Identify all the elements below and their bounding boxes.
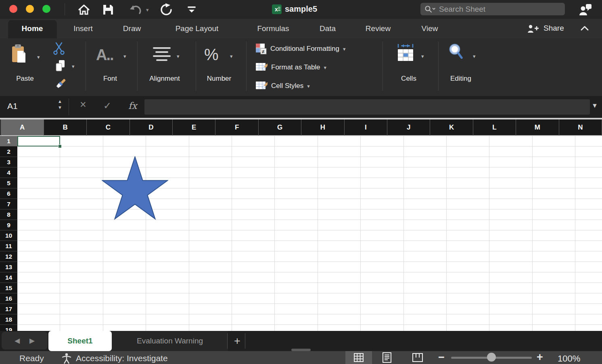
row-header-16[interactable]: 16 <box>0 293 17 304</box>
cell-B16[interactable] <box>60 293 103 304</box>
cell-J7[interactable] <box>404 199 447 209</box>
column-header-C[interactable]: C <box>87 119 130 136</box>
cells-dropdown-icon[interactable]: ▾ <box>421 54 424 59</box>
cell-F17[interactable] <box>232 304 275 314</box>
star-shape[interactable] <box>102 156 168 220</box>
cell-M14[interactable] <box>533 272 575 283</box>
cell-A16[interactable] <box>17 293 60 304</box>
cell-C13[interactable] <box>103 262 146 272</box>
cell-B10[interactable] <box>60 230 103 241</box>
cell-D2[interactable] <box>146 146 189 157</box>
cell-H3[interactable] <box>318 157 361 167</box>
cell-N2[interactable] <box>575 146 602 157</box>
cell-B2[interactable] <box>60 146 103 157</box>
cell-C16[interactable] <box>103 293 146 304</box>
insert-function-icon[interactable]: fx <box>128 100 137 111</box>
search-input[interactable] <box>438 4 561 14</box>
column-header-H[interactable]: H <box>301 119 344 136</box>
cell-J15[interactable] <box>404 283 447 293</box>
undo-button[interactable] <box>128 4 142 15</box>
cell-C2[interactable] <box>103 146 146 157</box>
cell-I15[interactable] <box>361 283 403 293</box>
cell-H7[interactable] <box>318 199 361 209</box>
row-header-19[interactable]: 19 <box>0 325 17 331</box>
paste-button[interactable] <box>11 44 28 64</box>
next-sheet-icon[interactable]: ▶ <box>29 337 35 345</box>
cell-B11[interactable] <box>60 241 103 251</box>
column-header-A[interactable]: A <box>1 119 44 136</box>
cell-C9[interactable] <box>103 220 146 230</box>
row-header-5[interactable]: 5 <box>0 178 17 188</box>
cell-H13[interactable] <box>318 262 361 272</box>
tab-formulas[interactable]: Formulas <box>257 24 289 33</box>
cell-B1[interactable] <box>60 136 103 146</box>
cell-J1[interactable] <box>404 136 447 146</box>
formula-input[interactable] <box>144 99 590 115</box>
cell-A7[interactable] <box>17 199 60 209</box>
cell-N7[interactable] <box>575 199 602 209</box>
cell-A3[interactable] <box>17 157 60 167</box>
cell-E5[interactable] <box>189 178 232 188</box>
cell-K14[interactable] <box>447 272 489 283</box>
font-dropdown-icon[interactable]: ▾ <box>123 54 126 59</box>
cell-I6[interactable] <box>361 188 403 199</box>
cell-G16[interactable] <box>275 293 318 304</box>
redo-button[interactable] <box>160 3 173 16</box>
cell-K2[interactable] <box>447 146 489 157</box>
cell-D15[interactable] <box>146 283 189 293</box>
column-header-L[interactable]: L <box>473 119 516 136</box>
alignment-dropdown-icon[interactable]: ▾ <box>177 54 180 59</box>
column-header-G[interactable]: G <box>259 119 301 136</box>
cell-A8[interactable] <box>17 209 60 220</box>
cell-A19[interactable] <box>17 325 60 331</box>
cell-D18[interactable] <box>146 314 189 325</box>
cell-A12[interactable] <box>17 251 60 262</box>
format-painter-button[interactable] <box>52 77 68 93</box>
select-all-corner[interactable] <box>0 119 1 136</box>
cell-K4[interactable] <box>447 167 489 178</box>
cell-N11[interactable] <box>575 241 602 251</box>
cell-B17[interactable] <box>60 304 103 314</box>
cell-H16[interactable] <box>318 293 361 304</box>
cell-H15[interactable] <box>318 283 361 293</box>
cell-J12[interactable] <box>404 251 447 262</box>
cell-L2[interactable] <box>489 146 532 157</box>
cell-C19[interactable] <box>103 325 146 331</box>
cell-I1[interactable] <box>361 136 403 146</box>
cell-L11[interactable] <box>489 241 532 251</box>
contact-support-button[interactable] <box>579 3 592 16</box>
cell-E7[interactable] <box>189 199 232 209</box>
cell-L14[interactable] <box>489 272 532 283</box>
cell-G7[interactable] <box>275 199 318 209</box>
cell-D11[interactable] <box>146 241 189 251</box>
column-header-J[interactable]: J <box>387 119 430 136</box>
cell-B9[interactable] <box>60 220 103 230</box>
editing-group-button[interactable] <box>448 43 465 62</box>
cell-H12[interactable] <box>318 251 361 262</box>
cell-I2[interactable] <box>361 146 403 157</box>
cell-L8[interactable] <box>489 209 532 220</box>
cell-G6[interactable] <box>275 188 318 199</box>
minimize-window-button[interactable] <box>26 5 34 13</box>
cell-G8[interactable] <box>275 209 318 220</box>
row-header-7[interactable]: 7 <box>0 199 17 209</box>
cell-I19[interactable] <box>361 325 403 331</box>
cell-J6[interactable] <box>404 188 447 199</box>
cell-N18[interactable] <box>575 314 602 325</box>
name-box[interactable]: A1 <box>7 101 18 111</box>
cell-K7[interactable] <box>447 199 489 209</box>
row-header-8[interactable]: 8 <box>0 209 17 220</box>
cell-A1[interactable] <box>17 136 60 146</box>
cell-I14[interactable] <box>361 272 403 283</box>
save-button[interactable] <box>102 4 114 16</box>
cell-M2[interactable] <box>533 146 575 157</box>
cell-H14[interactable] <box>318 272 361 283</box>
cell-B4[interactable] <box>60 167 103 178</box>
cell-M5[interactable] <box>533 178 575 188</box>
expand-formula-bar-icon[interactable]: ▼ <box>592 102 598 109</box>
cell-K19[interactable] <box>447 325 489 331</box>
cell-C11[interactable] <box>103 241 146 251</box>
cell-G11[interactable] <box>275 241 318 251</box>
name-box-spinner[interactable]: ▲ ▼ <box>58 98 62 111</box>
share-button[interactable] <box>527 24 539 33</box>
